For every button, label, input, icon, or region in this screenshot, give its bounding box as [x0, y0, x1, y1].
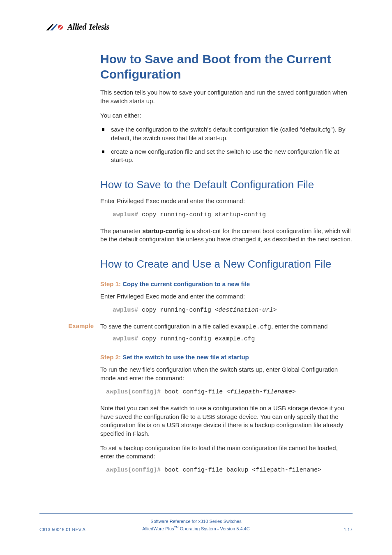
bullet-item-2: create a new configuration file and set … — [100, 148, 353, 164]
intro-paragraph-1: This section tells you how to save your … — [100, 88, 353, 105]
section-heading-default-file: How to Save to the Default Configuration… — [100, 178, 353, 191]
step1-p1: Enter Privileged Exec mode and enter the… — [100, 292, 353, 301]
brand-name: Allied Telesis — [67, 22, 109, 32]
brand-logo: Allied Telesis — [46, 22, 353, 32]
bullet-item-1: save the configuration to the switch's d… — [100, 125, 353, 142]
code-copy-startup: awplus# copy running-config startup-conf… — [113, 211, 353, 218]
logo-mark-icon — [46, 23, 65, 31]
page-title: How to Save and Boot from the Current Co… — [100, 52, 353, 82]
footer-rule — [39, 513, 353, 514]
step2-p3: To set a backup configuration file to lo… — [100, 444, 353, 461]
svg-marker-1 — [50, 24, 58, 30]
footer-os-line: AlliedWare PlusTM Operating System - Ver… — [89, 525, 303, 532]
step1-example-text: To save the current configuration in a f… — [100, 322, 353, 332]
step2-p2: Note that you can set the switch to use … — [100, 404, 353, 438]
page-footer: C613-50046-01 REV A Software Reference f… — [39, 513, 353, 532]
code-copy-examplecfg: awplus# copy running-config example.cfg — [113, 335, 353, 342]
intro-bullet-list: save the configuration to the switch's d… — [100, 125, 353, 164]
footer-page-number: 1.17 — [303, 527, 353, 532]
step2-heading: Step 2: Set the switch to use the new fi… — [100, 354, 353, 361]
footer-product-line: Software Reference for x310 Series Switc… — [89, 518, 303, 525]
code-copy-desturl: awplus# copy running-config <destination… — [113, 307, 353, 313]
step2-p1: To run the new file's configuration when… — [100, 365, 353, 382]
secta-p2: The parameter startup-config is a short-… — [100, 227, 353, 244]
step1-heading: Step 1: Copy the current configuration t… — [100, 280, 353, 287]
footer-docid: C613-50046-01 REV A — [39, 527, 89, 532]
secta-p1: Enter Privileged Exec mode and enter the… — [100, 197, 353, 206]
section-heading-new-file: How to Create and Use a New Configuratio… — [100, 258, 353, 271]
intro-paragraph-2: You can either: — [100, 111, 353, 120]
code-boot-configfile: awplus(config)# boot config-file <filepa… — [106, 388, 353, 395]
example-label: Example — [36, 322, 94, 329]
header-rule — [39, 40, 353, 40]
code-boot-backup: awplus(config)# boot config-file backup … — [106, 467, 353, 473]
